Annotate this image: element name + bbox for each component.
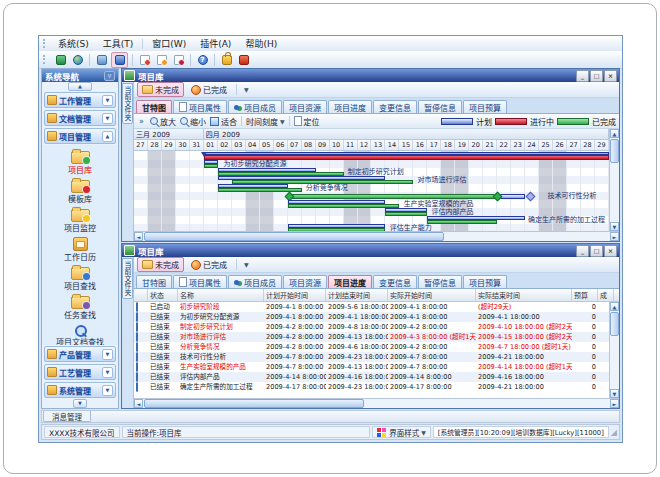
sidebar-item-2[interactable]: 项目监控 bbox=[64, 205, 96, 233]
sidebar-group-2[interactable]: 项目管理▲ bbox=[44, 128, 116, 144]
menu-item-0[interactable]: 系统(S) bbox=[51, 37, 96, 51]
sidebar-group-4[interactable]: 工艺管理▼ bbox=[44, 364, 116, 380]
column-header-3[interactable]: 计划开始时间 bbox=[264, 289, 326, 301]
table-row[interactable]: 已结束生产实验室规模的产品2009-4-7 8:00:002009-4-13 1… bbox=[134, 362, 609, 372]
tab-current-folder[interactable]: 当前文件夹 bbox=[122, 83, 133, 124]
chevron-down-icon[interactable]: ▼ bbox=[102, 349, 113, 360]
maximize-button[interactable]: □ bbox=[590, 70, 603, 82]
tab-3[interactable]: 项目资源 bbox=[283, 275, 327, 288]
panel-title-bar[interactable]: 项目库 _ □ × bbox=[122, 244, 619, 257]
toolbar-doc-c-icon[interactable] bbox=[171, 53, 186, 67]
tab-6[interactable]: 暂停信息 bbox=[418, 275, 462, 288]
toolbar-folder-icon[interactable] bbox=[94, 53, 109, 67]
gantt-task-row[interactable]: 为初步研究分配资源 bbox=[134, 160, 609, 168]
scroll-up-icon[interactable]: ▲ bbox=[610, 302, 619, 311]
tab-0[interactable]: 甘特图 bbox=[136, 100, 172, 113]
filter-unfinished-button[interactable]: 未完成 bbox=[137, 257, 184, 272]
menu-item-4[interactable]: 帮助(H) bbox=[238, 37, 284, 51]
table-row[interactable]: 已结束分析竞争情况2009-4-2 8:00:002009-4-6 18:00:… bbox=[134, 342, 609, 352]
resize-grip[interactable]: ◢ bbox=[611, 428, 617, 437]
filter-unfinished-button[interactable]: 未完成 bbox=[137, 82, 184, 97]
tab-1[interactable]: 项目属性 bbox=[173, 100, 227, 113]
chevron-up-icon[interactable]: ▲ bbox=[102, 131, 113, 142]
maximize-button[interactable]: □ bbox=[590, 245, 603, 257]
gantt-task-row[interactable]: 对市场进行评估 bbox=[134, 176, 609, 184]
sidebar-item-0[interactable]: 项目库 bbox=[68, 147, 92, 175]
ui-style-button[interactable]: 界面样式 ▼ bbox=[372, 426, 431, 438]
tab-5[interactable]: 变更信息 bbox=[373, 100, 417, 113]
filter-finished-button[interactable]: 已完成 bbox=[186, 257, 232, 272]
toolbar-doc-a-icon[interactable] bbox=[137, 53, 152, 67]
close-button[interactable]: × bbox=[604, 245, 617, 257]
menu-item-1[interactable]: 工具(T) bbox=[96, 37, 141, 51]
gantt-locate-button[interactable]: 定位 bbox=[294, 116, 320, 127]
table-row[interactable]: 已结束技术可行性分析2009-4-7 8:00:002009-4-23 18:0… bbox=[134, 352, 609, 362]
table-vertical-scrollbar[interactable]: ▲ ▼ bbox=[609, 302, 619, 398]
sidebar-group-1[interactable]: 文档管理▼ bbox=[44, 110, 116, 126]
sidebar-group-0[interactable]: 工作管理▼ bbox=[44, 92, 116, 108]
table-row[interactable]: 已结束为初步研究分配资源2009-4-1 8:00:002009-4-1 18:… bbox=[134, 312, 609, 322]
chevron-down-icon[interactable]: ▼ bbox=[102, 385, 113, 396]
gantt-task-row[interactable]: 确定生产所需的加工过程 bbox=[134, 216, 609, 224]
tab-7[interactable]: 项目预算 bbox=[463, 100, 507, 113]
tab-3[interactable]: 项目资源 bbox=[283, 100, 327, 113]
sidebar-item-5[interactable]: 任务查找 bbox=[64, 292, 96, 320]
gantt-task-row[interactable] bbox=[134, 152, 609, 160]
sidebar-group-5[interactable]: 系统管理▼ bbox=[44, 382, 116, 398]
gantt-vertical-scrollbar[interactable]: ▲ ▼ bbox=[609, 129, 619, 231]
filter-finished-button[interactable]: 已完成 bbox=[186, 82, 232, 97]
table-row[interactable]: 已结束确定生产所需的加工过程2009-4-17 8:00:002009-4-23… bbox=[134, 382, 609, 392]
column-header-5[interactable]: 实际开始时间 bbox=[388, 289, 476, 301]
toolbar-grip[interactable] bbox=[43, 55, 47, 64]
tab-6[interactable]: 暂停信息 bbox=[418, 100, 462, 113]
scroll-down-icon[interactable]: ▼ bbox=[610, 389, 619, 398]
gantt-zoom-out-button[interactable]: 缩小 bbox=[180, 116, 206, 127]
gantt-task-row[interactable]: 评估内部产品 bbox=[134, 208, 609, 216]
column-header-0[interactable] bbox=[134, 289, 148, 301]
scroll-right-icon[interactable]: ► bbox=[610, 232, 619, 241]
minimize-button[interactable]: _ bbox=[576, 70, 589, 82]
chevron-down-icon[interactable]: ▼ bbox=[102, 95, 113, 106]
toolbar-doc-b-icon[interactable] bbox=[154, 53, 169, 67]
sidebar-collapse-button[interactable]: ▲ bbox=[68, 82, 92, 91]
gantt-fit-button[interactable]: 适合 bbox=[210, 116, 237, 127]
chevron-down-icon[interactable]: ▼ bbox=[241, 261, 252, 268]
tab-7[interactable]: 项目预算 bbox=[463, 275, 507, 288]
table-row[interactable]: 已启动初步研究阶段2009-4-1 8:00:002009-5-6 18:00:… bbox=[134, 302, 609, 312]
toolbar-stop-icon[interactable] bbox=[236, 53, 251, 67]
gantt-horizontal-scrollbar[interactable]: ◄ ► bbox=[134, 231, 619, 241]
scrollbar-thumb[interactable] bbox=[144, 399, 364, 408]
table-row[interactable]: 已结束评估内部产品2009-4-14 8:00:002009-4-16 18:0… bbox=[134, 372, 609, 382]
minimize-button[interactable]: _ bbox=[576, 245, 589, 257]
scrollbar-thumb[interactable] bbox=[144, 232, 444, 241]
sidebar-group-3[interactable]: 产品管理▼ bbox=[44, 346, 116, 362]
column-header-1[interactable]: 状态 bbox=[148, 289, 178, 301]
sidebar-scroll-down-button[interactable]: ▼ bbox=[73, 399, 87, 408]
tab-message-management[interactable]: 消息管理 bbox=[43, 411, 91, 422]
toolbar-lock-icon[interactable] bbox=[219, 53, 234, 67]
sidebar-item-1[interactable]: 模板库 bbox=[68, 176, 92, 204]
table-horizontal-scrollbar[interactable]: ◄ ► bbox=[134, 398, 619, 408]
gantt-timescale-button[interactable]: 时间刻度▼ bbox=[246, 116, 285, 127]
sidebar-item-4[interactable]: 项目查找 bbox=[64, 263, 96, 291]
toolbar-globe-icon[interactable] bbox=[70, 53, 85, 67]
menu-item-2[interactable]: 窗口(W) bbox=[145, 37, 193, 51]
column-header-4[interactable]: 计划结束时间 bbox=[326, 289, 388, 301]
tab-2[interactable]: 项目成员 bbox=[228, 100, 282, 113]
scroll-left-icon[interactable]: ◄ bbox=[134, 232, 143, 241]
toolbar-overflow-icon[interactable]: » bbox=[137, 117, 146, 126]
tab-current-folder[interactable]: 当前文件夹 bbox=[122, 258, 133, 299]
column-header-2[interactable]: 名称 bbox=[178, 289, 264, 301]
chevron-down-icon[interactable]: ▼ bbox=[102, 367, 113, 378]
gantt-task-row[interactable]: 分析竞争情况 bbox=[134, 184, 609, 192]
tab-5[interactable]: 变更信息 bbox=[373, 275, 417, 288]
tab-4[interactable]: 项目进度 bbox=[328, 275, 372, 288]
tab-0[interactable]: 甘特图 bbox=[136, 275, 172, 288]
scroll-left-icon[interactable]: ◄ bbox=[134, 399, 143, 408]
scrollbar-thumb[interactable] bbox=[610, 312, 619, 336]
chevron-down-icon[interactable]: ▼ bbox=[241, 86, 252, 93]
close-button[interactable]: × bbox=[604, 70, 617, 82]
sidebar-item-6[interactable]: 项目文档查找 bbox=[56, 321, 104, 345]
column-header-6[interactable]: 实际结束时间 bbox=[476, 289, 572, 301]
table-row[interactable]: 已结束对市场进行评估2009-4-2 8:00:002009-4-13 18:0… bbox=[134, 332, 609, 342]
